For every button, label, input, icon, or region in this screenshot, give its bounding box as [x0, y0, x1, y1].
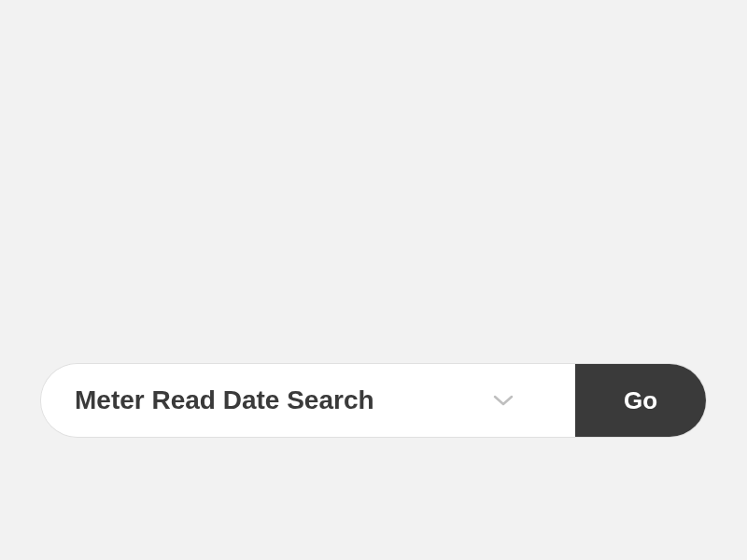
search-bar: Meter Read Date Search Go	[41, 364, 706, 437]
chevron-down-icon	[492, 389, 514, 412]
search-select-label: Meter Read Date Search	[75, 385, 492, 415]
go-button[interactable]: Go	[575, 364, 706, 437]
search-type-select[interactable]: Meter Read Date Search	[41, 364, 575, 437]
